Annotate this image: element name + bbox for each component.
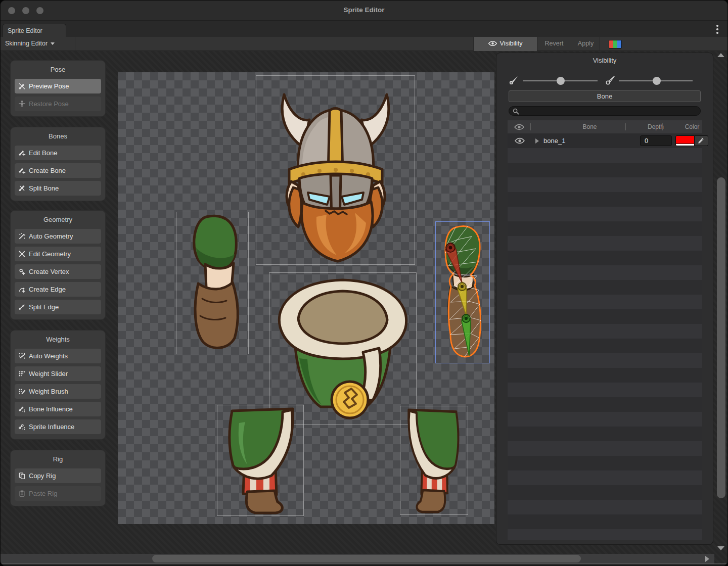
- create-vertex-button[interactable]: Create Vertex: [15, 264, 101, 279]
- alpha-bar: [676, 144, 694, 146]
- toolbar: Skinning Editor Visibility Revert Apply: [1, 37, 727, 51]
- restore-pose-button[interactable]: Restore Pose: [15, 97, 101, 111]
- sprite-arm-left[interactable]: [176, 212, 249, 354]
- visibility-eye-toggle[interactable]: [514, 137, 525, 144]
- apply-button[interactable]: Apply: [572, 37, 600, 51]
- sprite-influence-icon: [18, 423, 26, 431]
- split-edge-button[interactable]: Split Edge: [15, 300, 101, 314]
- mesh-opacity-slider-knob[interactable]: [653, 77, 661, 85]
- color-swatch-icon[interactable]: [609, 40, 622, 49]
- eyedropper-icon: [697, 137, 704, 145]
- sprite-editor-window: Sprite Editor Sprite Editor Skinning Edi…: [0, 0, 728, 566]
- bone-filled-icon: [509, 75, 519, 85]
- scroll-down-arrow-icon[interactable]: [717, 546, 724, 550]
- window-title: Sprite Editor: [1, 6, 727, 14]
- edit-geometry-icon: [18, 250, 26, 258]
- section-title-geometry: Geometry: [11, 215, 105, 225]
- visibility-toggle-button[interactable]: Visibility: [473, 37, 537, 51]
- bone-outline-icon: [605, 75, 615, 85]
- revert-button[interactable]: Revert: [538, 37, 570, 51]
- vertical-scrollbar[interactable]: [714, 51, 728, 566]
- auto-weights-button[interactable]: Auto Weights: [15, 349, 101, 363]
- weight-brush-button[interactable]: Weight Brush: [15, 384, 101, 399]
- scroll-right-arrow-icon[interactable]: [705, 556, 709, 562]
- create-bone-icon: [18, 167, 26, 174]
- create-edge-button[interactable]: Create Edge: [15, 282, 101, 297]
- disclosure-triangle-icon[interactable]: [535, 138, 539, 144]
- weight-slider-icon: [18, 370, 26, 378]
- bone-list-empty-rows: [508, 148, 702, 540]
- sprite-leg-right[interactable]: [400, 406, 468, 515]
- scroll-up-arrow-icon[interactable]: [717, 53, 724, 57]
- section-title-pose: Pose: [11, 65, 105, 75]
- column-header-color: Color: [674, 120, 710, 133]
- create-vertex-icon: [18, 268, 26, 275]
- bone-influence-button[interactable]: Bone Influence: [15, 402, 101, 416]
- kebab-menu-icon[interactable]: [714, 25, 720, 34]
- bone-search-field[interactable]: [509, 106, 701, 116]
- column-header-bone: Bone: [568, 120, 611, 133]
- bone-name: bone_1: [543, 133, 565, 148]
- horizontal-scrollbar[interactable]: [1, 554, 714, 563]
- bone-table-header: Bone Depth Color: [508, 120, 702, 133]
- skinning-editor-dropdown[interactable]: Skinning Editor: [1, 37, 75, 51]
- bone-opacity-slider-knob[interactable]: [557, 77, 565, 85]
- edit-geometry-button[interactable]: Edit Geometry: [15, 247, 101, 261]
- weight-brush-icon: [18, 388, 26, 395]
- rig-section: Rig Copy Rig Paste Rig: [10, 450, 106, 506]
- section-title-rig: Rig: [11, 454, 105, 464]
- copy-icon: [18, 472, 26, 480]
- paste-icon: [18, 490, 26, 497]
- bone-preview-icon: [18, 82, 26, 90]
- bone-depth-input[interactable]: [640, 135, 672, 146]
- split-bone-button[interactable]: Split Bone: [15, 181, 101, 196]
- auto-weights-icon: [18, 352, 26, 360]
- window-bottom-edge: [1, 563, 728, 566]
- eye-column-icon[interactable]: [514, 124, 525, 130]
- vertical-scrollbar-thumb[interactable]: [717, 177, 725, 498]
- create-bone-button[interactable]: Create Bone: [15, 163, 101, 178]
- tab-bone[interactable]: Bone: [509, 90, 701, 102]
- titlebar: Sprite Editor: [1, 1, 727, 21]
- workspace: Pose Preview Pose Restore Pose Bones Edi…: [1, 51, 728, 566]
- tab-bar: Sprite Editor: [1, 21, 727, 37]
- eye-icon: [488, 40, 497, 46]
- section-title-weights: Weights: [11, 335, 105, 345]
- edit-bone-icon: [18, 149, 26, 157]
- geometry-section: Geometry Auto Geometry Edit Geometry Cre…: [10, 210, 106, 320]
- paste-rig-button[interactable]: Paste Rig: [15, 486, 101, 501]
- chevron-down-icon: [51, 42, 55, 45]
- copy-rig-button[interactable]: Copy Rig: [15, 468, 101, 483]
- bones-section: Bones Edit Bone Create Bone Split Bone: [10, 127, 106, 201]
- sprite-leg-left[interactable]: [217, 405, 304, 516]
- section-title-bones: Bones: [11, 131, 105, 142]
- search-input[interactable]: [521, 107, 697, 115]
- auto-geometry-button[interactable]: Auto Geometry: [15, 229, 101, 244]
- weight-slider-button[interactable]: Weight Slider: [15, 366, 101, 381]
- figure-icon: [18, 100, 26, 108]
- pose-section: Pose Preview Pose Restore Pose: [10, 60, 106, 117]
- edit-bone-button[interactable]: Edit Bone: [15, 146, 101, 160]
- sprite-arm-right-selected[interactable]: [435, 221, 490, 363]
- eyedropper-button[interactable]: [695, 135, 708, 146]
- split-bone-icon: [18, 184, 26, 192]
- tab-sprite-editor[interactable]: Sprite Editor: [3, 24, 66, 37]
- visibility-panel-title: Visibility: [496, 57, 713, 64]
- split-edge-icon: [18, 303, 26, 311]
- weights-section: Weights Auto Weights Weight Slider Weigh…: [10, 330, 106, 440]
- search-icon: [513, 108, 519, 115]
- bone-row-bone_1[interactable]: bone_1: [508, 133, 702, 148]
- sprite-viking-head[interactable]: [256, 75, 415, 265]
- auto-geometry-icon: [18, 232, 26, 240]
- sprite-torso[interactable]: [269, 272, 417, 425]
- visibility-panel: Visibility Bone Bone Depth: [496, 53, 713, 545]
- create-edge-icon: [18, 286, 26, 293]
- column-header-depth: Depth: [636, 120, 675, 133]
- sprite-canvas[interactable]: [118, 72, 494, 524]
- bone-influence-icon: [18, 405, 26, 413]
- sprite-influence-button[interactable]: Sprite Influence: [15, 419, 101, 434]
- bone-color-swatch[interactable]: [675, 135, 695, 146]
- horizontal-scrollbar-thumb[interactable]: [152, 555, 581, 562]
- preview-pose-button[interactable]: Preview Pose: [15, 79, 101, 93]
